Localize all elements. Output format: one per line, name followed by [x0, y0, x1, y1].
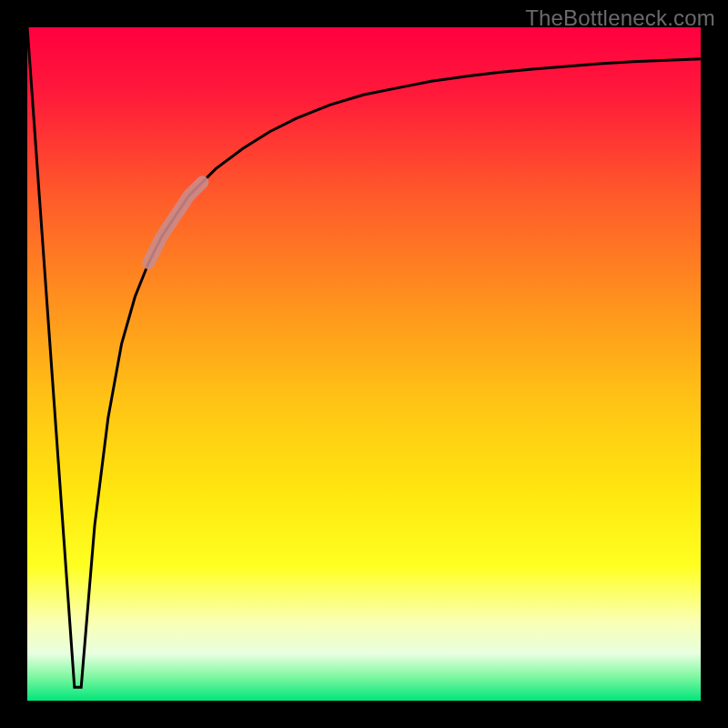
- chart-frame: TheBottleneck.com: [0, 0, 728, 728]
- plot-area: [27, 27, 701, 701]
- bottleneck-chart: [27, 27, 701, 701]
- watermark-text: TheBottleneck.com: [525, 5, 715, 31]
- gradient-background: [27, 27, 701, 701]
